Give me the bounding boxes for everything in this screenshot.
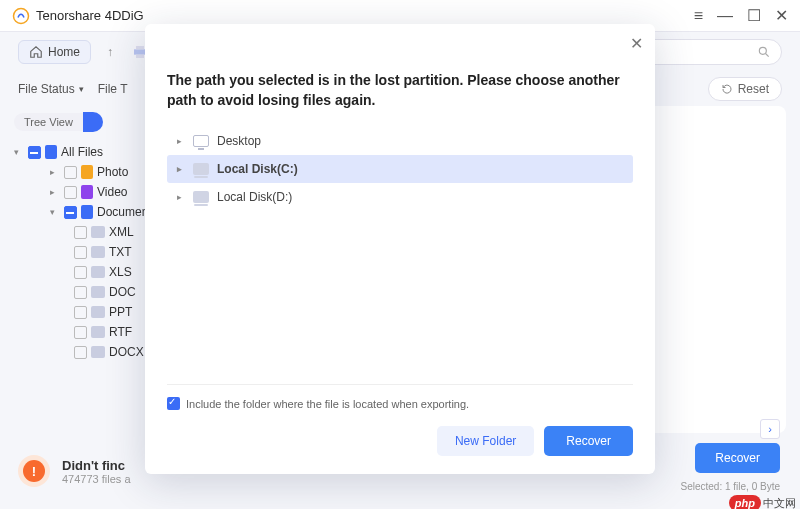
search-icon [757,45,771,59]
reset-icon [721,83,733,95]
home-icon [29,45,43,59]
warning-icon: ! [18,455,50,487]
desktop-icon [193,135,209,147]
svg-line-5 [766,54,769,57]
recover-button[interactable]: Recover [695,443,780,473]
svg-rect-3 [136,55,144,58]
file-count-text: 474773 files a [62,473,131,485]
app-logo-icon [12,7,30,25]
disk-icon [193,191,209,203]
path-local-c[interactable]: ▸ Local Disk(C:) [167,155,633,183]
svg-point-4 [759,47,766,54]
app-logo: Tenorshare 4DDiG [12,7,144,25]
maximize-button[interactable]: ☐ [747,8,761,24]
svg-rect-2 [136,46,144,49]
include-folder-checkbox[interactable]: Include the folder where the file is loc… [167,384,633,410]
selected-status: Selected: 1 file, 0 Byte [680,481,780,492]
path-modal: ✕ The path you selected is in the lost p… [145,24,655,474]
reset-button[interactable]: Reset [708,77,782,101]
app-title: Tenorshare 4DDiG [36,8,144,23]
next-button[interactable]: › [760,419,780,439]
minimize-button[interactable]: — [717,8,733,24]
file-type-dropdown[interactable]: File T [98,82,128,96]
file-status-dropdown[interactable]: File Status▾ [18,82,84,96]
toggle-icon [83,112,103,132]
svg-point-0 [14,8,29,23]
new-folder-button[interactable]: New Folder [437,426,534,456]
modal-heading: The path you selected is in the lost par… [167,70,633,111]
home-button[interactable]: Home [18,40,91,64]
disk-icon [193,163,209,175]
didnt-find-heading: Didn't finc [62,458,131,473]
checkbox-checked-icon [167,397,180,410]
up-button[interactable]: ↑ [99,41,121,63]
menu-button[interactable]: ≡ [694,8,703,24]
modal-recover-button[interactable]: Recover [544,426,633,456]
modal-close-button[interactable]: ✕ [630,34,643,53]
watermark: php 中文网 [729,495,796,509]
close-button[interactable]: ✕ [775,8,788,24]
path-desktop[interactable]: ▸ Desktop [167,127,633,155]
home-label: Home [48,45,80,59]
path-local-d[interactable]: ▸ Local Disk(D:) [167,183,633,211]
status-area: ! Didn't finc 474773 files a [18,455,131,487]
